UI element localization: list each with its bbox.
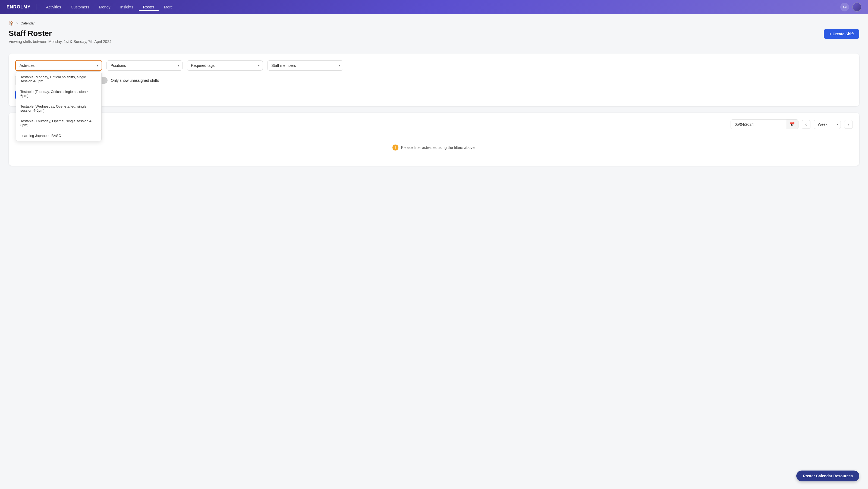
- resources-button[interactable]: Roster Calendar Resources: [796, 470, 859, 481]
- nav-money[interactable]: Money: [94, 3, 115, 11]
- avatar-image: [853, 3, 861, 11]
- filter-panel: Activities ▾ Testable (Monday, Critical,…: [9, 54, 859, 106]
- positions-filter: Positions ▾: [106, 60, 183, 71]
- activities-filter: Activities ▾ Testable (Monday, Critical,…: [15, 60, 102, 71]
- date-input[interactable]: [731, 120, 786, 129]
- required-tags-filter: Required tags ▾: [187, 60, 263, 71]
- nav-links: Activities Customers Money Insights Rost…: [42, 3, 841, 11]
- breadcrumb: 🏠 > Calendar: [9, 21, 859, 26]
- nav-activities[interactable]: Activities: [42, 3, 65, 11]
- filter-row-1: Activities ▾ Testable (Monday, Critical,…: [15, 60, 853, 71]
- navbar: ENROLMY Activities Customers Money Insig…: [0, 0, 868, 14]
- calendar-picker-button[interactable]: 📅: [786, 120, 798, 129]
- activities-dropdown-menu: Testable (Monday, Critical,no shifts, si…: [16, 71, 101, 141]
- notification-button[interactable]: ✉: [840, 3, 849, 11]
- filter-row-2: Regions ▾ Only show unassigned shifts: [15, 75, 853, 86]
- dropdown-item-1[interactable]: Testable (Tuesday, Critical, single sess…: [16, 86, 101, 101]
- prev-week-button[interactable]: ‹: [802, 120, 810, 129]
- brand-logo: ENROLMY: [6, 4, 31, 10]
- nav-customers[interactable]: Customers: [66, 3, 94, 11]
- create-shift-button[interactable]: + Create Shift: [824, 29, 859, 39]
- info-message: ! Please filter activities using the fil…: [15, 136, 853, 159]
- week-select[interactable]: Week Day Month: [814, 120, 841, 129]
- avatar[interactable]: [852, 2, 862, 12]
- navbar-right: ✉: [840, 2, 862, 12]
- chevron-left-icon: ‹: [805, 122, 807, 127]
- nav-more[interactable]: More: [160, 3, 177, 11]
- dropdown-item-0[interactable]: Testable (Monday, Critical,no shifts, si…: [16, 72, 101, 86]
- unassigned-toggle-row: Only show unassigned shifts: [96, 77, 159, 84]
- unassigned-toggle-label: Only show unassigned shifts: [111, 78, 159, 83]
- activities-select[interactable]: Activities: [16, 61, 101, 70]
- date-input-wrapper: 📅: [731, 119, 799, 129]
- filter-actions: ⭐ Save filter 🗑 Delete filter: [15, 90, 853, 100]
- page-subtitle: Viewing shifts between Monday, 1st & Sun…: [9, 39, 111, 44]
- inbox-icon: ✉: [843, 5, 846, 10]
- dropdown-item-3[interactable]: Testable (Thursday, Optimal, single sess…: [16, 116, 101, 130]
- nav-divider: [36, 4, 36, 10]
- page-title: Staff Roster: [9, 29, 111, 38]
- positions-select[interactable]: Positions: [106, 60, 183, 71]
- calendar-section: 📅 ‹ Week Day Month ▾ › ! Please filter a…: [9, 113, 859, 166]
- required-tags-select[interactable]: Required tags: [187, 60, 263, 71]
- staff-members-select[interactable]: Staff members: [267, 60, 343, 71]
- calendar-icon: 📅: [789, 122, 795, 127]
- page-content: 🏠 > Calendar Staff Roster Viewing shifts…: [0, 14, 868, 172]
- chevron-right-icon: ›: [848, 122, 849, 127]
- warning-icon: !: [393, 145, 398, 151]
- week-select-wrapper: Week Day Month ▾: [814, 120, 841, 129]
- info-text: Please filter activities using the filte…: [401, 145, 476, 150]
- breadcrumb-calendar: Calendar: [21, 21, 35, 25]
- home-link[interactable]: 🏠: [9, 21, 14, 26]
- next-week-button[interactable]: ›: [844, 120, 853, 129]
- dropdown-item-4[interactable]: Learning Japanese BASC: [16, 130, 101, 141]
- dropdown-item-2[interactable]: Testable (Wednesday, Over-staffed, singl…: [16, 101, 101, 116]
- date-controls: 📅 ‹ Week Day Month ▾ ›: [15, 119, 853, 129]
- nav-roster[interactable]: Roster: [139, 3, 159, 11]
- staff-members-filter: Staff members ▾: [267, 60, 343, 71]
- nav-insights[interactable]: Insights: [116, 3, 137, 11]
- breadcrumb-separator: >: [16, 21, 19, 25]
